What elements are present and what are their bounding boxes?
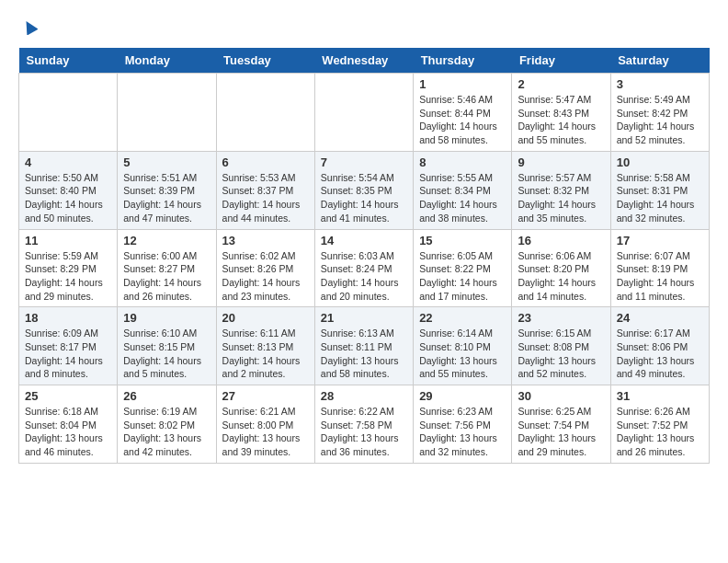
calendar-week-1: 1Sunrise: 5:46 AM Sunset: 8:44 PM Daylig… <box>19 74 710 152</box>
calendar-week-4: 18Sunrise: 6:09 AM Sunset: 8:17 PM Dayli… <box>19 307 710 385</box>
day-number: 11 <box>25 234 111 247</box>
day-number: 25 <box>25 389 111 403</box>
calendar-cell: 25Sunrise: 6:18 AM Sunset: 8:04 PM Dayli… <box>19 385 118 464</box>
day-number: 14 <box>321 234 407 247</box>
day-number: 22 <box>419 311 506 325</box>
day-number: 26 <box>123 389 210 403</box>
day-info: Sunrise: 6:03 AM Sunset: 8:24 PM Dayligh… <box>321 249 407 304</box>
calendar-cell: 31Sunrise: 6:26 AM Sunset: 7:52 PM Dayli… <box>610 385 709 464</box>
day-info: Sunrise: 6:14 AM Sunset: 8:10 PM Dayligh… <box>419 327 506 381</box>
day-info: Sunrise: 6:18 AM Sunset: 8:04 PM Dayligh… <box>25 405 111 459</box>
calendar-cell: 12Sunrise: 6:00 AM Sunset: 8:27 PM Dayli… <box>118 229 216 307</box>
day-number: 3 <box>617 77 703 91</box>
day-number: 21 <box>321 311 407 325</box>
day-info: Sunrise: 6:07 AM Sunset: 8:19 PM Dayligh… <box>617 249 703 304</box>
calendar-cell <box>216 74 314 152</box>
day-number: 28 <box>321 389 407 403</box>
day-info: Sunrise: 5:59 AM Sunset: 8:29 PM Dayligh… <box>25 249 111 304</box>
calendar-cell: 21Sunrise: 6:13 AM Sunset: 8:11 PM Dayli… <box>314 307 413 385</box>
day-number: 6 <box>222 155 309 169</box>
calendar-cell: 13Sunrise: 6:02 AM Sunset: 8:26 PM Dayli… <box>216 229 314 307</box>
day-number: 31 <box>617 389 703 403</box>
calendar-cell: 30Sunrise: 6:25 AM Sunset: 7:54 PM Dayli… <box>512 385 610 464</box>
header-wednesday: Wednesday <box>314 48 413 74</box>
calendar-cell: 26Sunrise: 6:19 AM Sunset: 8:02 PM Dayli… <box>118 385 216 464</box>
calendar-cell: 18Sunrise: 6:09 AM Sunset: 8:17 PM Dayli… <box>19 307 118 385</box>
day-info: Sunrise: 6:09 AM Sunset: 8:17 PM Dayligh… <box>25 327 111 381</box>
day-info: Sunrise: 6:02 AM Sunset: 8:26 PM Dayligh… <box>222 249 309 304</box>
calendar-cell: 10Sunrise: 5:58 AM Sunset: 8:31 PM Dayli… <box>610 151 709 229</box>
calendar-cell: 4Sunrise: 5:50 AM Sunset: 8:40 PM Daylig… <box>19 151 118 229</box>
day-number: 8 <box>419 155 506 169</box>
calendar-cell: 14Sunrise: 6:03 AM Sunset: 8:24 PM Dayli… <box>314 229 413 307</box>
day-number: 10 <box>617 155 703 169</box>
logo <box>18 18 38 39</box>
calendar-cell <box>118 74 216 152</box>
calendar-week-3: 11Sunrise: 5:59 AM Sunset: 8:29 PM Dayli… <box>19 229 710 307</box>
day-number: 4 <box>25 155 111 169</box>
day-info: Sunrise: 5:46 AM Sunset: 8:44 PM Dayligh… <box>419 93 506 147</box>
day-number: 17 <box>617 234 703 247</box>
header-tuesday: Tuesday <box>216 48 314 74</box>
day-info: Sunrise: 5:50 AM Sunset: 8:40 PM Dayligh… <box>25 171 111 225</box>
day-info: Sunrise: 5:47 AM Sunset: 8:43 PM Dayligh… <box>518 93 604 147</box>
calendar-cell: 29Sunrise: 6:23 AM Sunset: 7:56 PM Dayli… <box>414 385 512 464</box>
calendar-cell: 3Sunrise: 5:49 AM Sunset: 8:42 PM Daylig… <box>610 74 709 152</box>
day-number: 19 <box>123 311 210 325</box>
header-thursday: Thursday <box>414 48 512 74</box>
calendar-cell <box>314 74 413 152</box>
day-info: Sunrise: 5:49 AM Sunset: 8:42 PM Dayligh… <box>617 93 703 147</box>
calendar-cell: 24Sunrise: 6:17 AM Sunset: 8:06 PM Dayli… <box>610 307 709 385</box>
logo-triangle-icon <box>21 18 38 39</box>
calendar-week-5: 25Sunrise: 6:18 AM Sunset: 8:04 PM Dayli… <box>19 385 710 464</box>
header-saturday: Saturday <box>610 48 709 74</box>
calendar-cell: 2Sunrise: 5:47 AM Sunset: 8:43 PM Daylig… <box>512 74 610 152</box>
day-info: Sunrise: 6:19 AM Sunset: 8:02 PM Dayligh… <box>123 405 210 459</box>
day-info: Sunrise: 6:11 AM Sunset: 8:13 PM Dayligh… <box>222 327 309 381</box>
day-info: Sunrise: 5:51 AM Sunset: 8:39 PM Dayligh… <box>123 171 210 225</box>
day-number: 15 <box>419 234 506 247</box>
day-info: Sunrise: 5:57 AM Sunset: 8:32 PM Dayligh… <box>518 171 604 225</box>
day-info: Sunrise: 5:55 AM Sunset: 8:34 PM Dayligh… <box>419 171 506 225</box>
calendar-cell: 9Sunrise: 5:57 AM Sunset: 8:32 PM Daylig… <box>512 151 610 229</box>
calendar-cell: 22Sunrise: 6:14 AM Sunset: 8:10 PM Dayli… <box>414 307 512 385</box>
day-number: 27 <box>222 389 309 403</box>
calendar-cell: 17Sunrise: 6:07 AM Sunset: 8:19 PM Dayli… <box>610 229 709 307</box>
calendar-cell: 23Sunrise: 6:15 AM Sunset: 8:08 PM Dayli… <box>512 307 610 385</box>
calendar-cell: 8Sunrise: 5:55 AM Sunset: 8:34 PM Daylig… <box>414 151 512 229</box>
day-number: 29 <box>419 389 506 403</box>
day-number: 23 <box>518 311 604 325</box>
calendar: SundayMondayTuesdayWednesdayThursdayFrid… <box>18 48 710 464</box>
day-info: Sunrise: 5:53 AM Sunset: 8:37 PM Dayligh… <box>222 171 309 225</box>
calendar-cell: 7Sunrise: 5:54 AM Sunset: 8:35 PM Daylig… <box>314 151 413 229</box>
day-info: Sunrise: 6:00 AM Sunset: 8:27 PM Dayligh… <box>123 249 210 304</box>
svg-marker-0 <box>21 18 38 35</box>
header-friday: Friday <box>512 48 610 74</box>
day-info: Sunrise: 6:13 AM Sunset: 8:11 PM Dayligh… <box>321 327 407 381</box>
day-number: 18 <box>25 311 111 325</box>
header-sunday: Sunday <box>19 48 118 74</box>
day-info: Sunrise: 6:25 AM Sunset: 7:54 PM Dayligh… <box>518 405 604 459</box>
day-number: 12 <box>123 234 210 247</box>
calendar-cell: 6Sunrise: 5:53 AM Sunset: 8:37 PM Daylig… <box>216 151 314 229</box>
day-info: Sunrise: 6:15 AM Sunset: 8:08 PM Dayligh… <box>518 327 604 381</box>
calendar-cell: 1Sunrise: 5:46 AM Sunset: 8:44 PM Daylig… <box>414 74 512 152</box>
day-info: Sunrise: 6:22 AM Sunset: 7:58 PM Dayligh… <box>321 405 407 459</box>
day-info: Sunrise: 6:26 AM Sunset: 7:52 PM Dayligh… <box>617 405 703 459</box>
calendar-cell: 11Sunrise: 5:59 AM Sunset: 8:29 PM Dayli… <box>19 229 118 307</box>
calendar-cell <box>19 74 118 152</box>
day-number: 9 <box>518 155 604 169</box>
calendar-cell: 28Sunrise: 6:22 AM Sunset: 7:58 PM Dayli… <box>314 385 413 464</box>
calendar-week-2: 4Sunrise: 5:50 AM Sunset: 8:40 PM Daylig… <box>19 151 710 229</box>
day-info: Sunrise: 6:06 AM Sunset: 8:20 PM Dayligh… <box>518 249 604 304</box>
day-number: 2 <box>518 77 604 91</box>
calendar-cell: 16Sunrise: 6:06 AM Sunset: 8:20 PM Dayli… <box>512 229 610 307</box>
day-info: Sunrise: 6:10 AM Sunset: 8:15 PM Dayligh… <box>123 327 210 381</box>
day-number: 24 <box>617 311 703 325</box>
day-info: Sunrise: 6:21 AM Sunset: 8:00 PM Dayligh… <box>222 405 309 459</box>
calendar-cell: 5Sunrise: 5:51 AM Sunset: 8:39 PM Daylig… <box>118 151 216 229</box>
day-number: 1 <box>419 77 506 91</box>
calendar-cell: 19Sunrise: 6:10 AM Sunset: 8:15 PM Dayli… <box>118 307 216 385</box>
day-info: Sunrise: 6:05 AM Sunset: 8:22 PM Dayligh… <box>419 249 506 304</box>
day-info: Sunrise: 5:58 AM Sunset: 8:31 PM Dayligh… <box>617 171 703 225</box>
